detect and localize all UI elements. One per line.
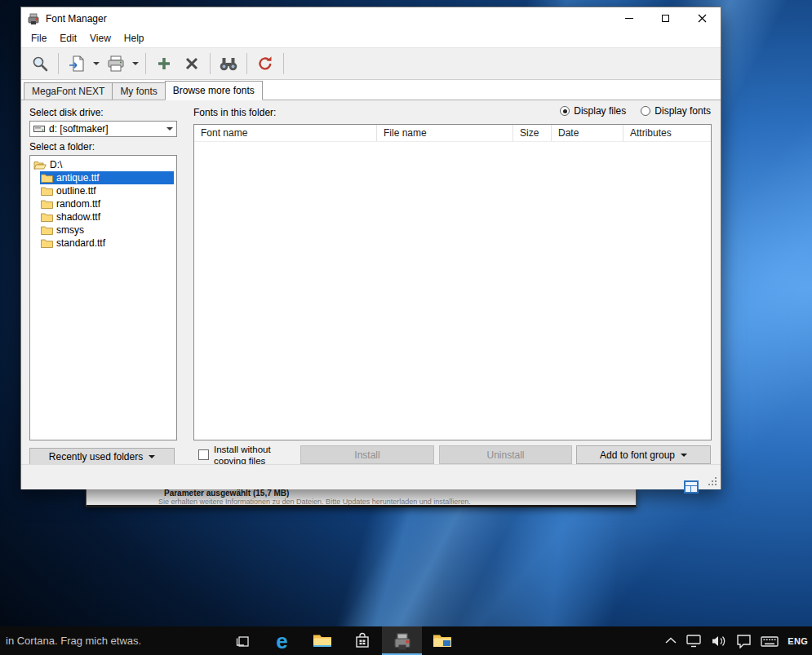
search-button[interactable] xyxy=(26,51,54,76)
fonts-in-folder-label: Fonts in this folder: xyxy=(193,107,276,118)
tree-item-label: outline.ttf xyxy=(56,185,96,197)
font-manager-taskbar-button[interactable] xyxy=(382,626,422,655)
folder-label: Select a folder: xyxy=(29,141,95,153)
background-window-text-2: Sie erhalten weitere Informationen zu de… xyxy=(158,498,636,506)
drive-combobox[interactable]: d: [softmaker] xyxy=(29,121,177,137)
printer-icon xyxy=(107,55,125,72)
tab-strip: MegaFont NEXT My fonts Browse more fonts xyxy=(21,80,721,100)
tab-my-fonts[interactable]: My fonts xyxy=(112,82,165,100)
tab-browse-more-fonts[interactable]: Browse more fonts xyxy=(165,81,263,100)
tray-expand-icon[interactable] xyxy=(665,637,677,644)
font-manager-icon xyxy=(393,631,412,651)
maximize-icon xyxy=(662,15,669,22)
store-button[interactable] xyxy=(342,626,382,655)
toolbar-separator xyxy=(145,53,146,74)
column-header-size[interactable]: Size xyxy=(513,125,552,141)
radio-display-fonts[interactable]: Display fonts xyxy=(641,105,711,117)
volume-icon[interactable] xyxy=(711,635,727,648)
edge-browser-button[interactable] xyxy=(262,626,302,655)
radio-unselected-icon xyxy=(641,106,650,116)
chevron-down-icon xyxy=(149,455,155,458)
close-icon xyxy=(698,14,707,23)
task-view-icon xyxy=(234,633,251,649)
task-view-button[interactable] xyxy=(222,626,262,655)
store-icon xyxy=(354,632,371,649)
find-button[interactable] xyxy=(215,51,242,76)
open-folder-icon xyxy=(33,160,47,170)
minimize-button[interactable] xyxy=(610,7,647,29)
titlebar[interactable]: Font Manager xyxy=(21,7,721,29)
font-manager-window: Font Manager File Edit View Help xyxy=(20,7,721,489)
drive-dropdown-button[interactable] xyxy=(163,122,176,136)
open-file-dropdown[interactable] xyxy=(91,51,102,76)
window-title: Font Manager xyxy=(46,13,107,24)
uninstall-button-label: Uninstall xyxy=(486,449,524,461)
tree-item-label: standard.ttf xyxy=(56,237,105,249)
uninstall-button[interactable]: Uninstall xyxy=(439,445,572,464)
folder-window-button[interactable] xyxy=(422,626,462,655)
add-to-font-group-label: Add to font group xyxy=(600,449,675,461)
tree-item[interactable]: antique.ttf xyxy=(30,171,176,184)
toolbar-separator xyxy=(210,53,211,74)
cortana-search-text[interactable]: in Cortana. Frag mich etwas. xyxy=(6,635,141,647)
toolbar-separator xyxy=(246,53,247,74)
column-header-font-name[interactable]: Font name xyxy=(194,125,377,141)
delete-fonts-button[interactable] xyxy=(178,51,206,76)
system-tray: ENG xyxy=(665,626,812,655)
language-indicator[interactable]: ENG xyxy=(788,636,808,646)
background-window: Parameter ausgewählt (15,7 MB) Sie erhal… xyxy=(86,489,637,507)
resize-grip[interactable] xyxy=(707,476,718,487)
recently-used-folders-button[interactable]: Recently used folders xyxy=(29,448,175,466)
tree-item-selected[interactable]: antique.ttf xyxy=(40,171,174,184)
column-header-file-name[interactable]: File name xyxy=(377,125,513,141)
file-explorer-button[interactable] xyxy=(302,626,342,655)
tree-item[interactable]: smsys xyxy=(30,223,176,237)
add-fonts-button[interactable] xyxy=(150,51,178,76)
network-icon[interactable] xyxy=(686,634,702,648)
font-table-body-empty[interactable] xyxy=(194,142,711,440)
drive-icon xyxy=(33,125,45,133)
edge-icon xyxy=(276,631,287,652)
radio-display-files[interactable]: Display files xyxy=(560,105,626,117)
install-button[interactable]: Install xyxy=(300,445,434,464)
maximize-button[interactable] xyxy=(647,7,684,29)
install-without-copying-checkbox[interactable] xyxy=(198,449,209,460)
tree-item[interactable]: standard.ttf xyxy=(30,237,176,250)
menubar: File Edit View Help xyxy=(21,29,721,47)
background-app-icon xyxy=(684,480,699,493)
tree-item[interactable]: shadow.ttf xyxy=(30,210,176,223)
tree-item-root[interactable]: D:\ xyxy=(30,158,176,171)
column-header-date[interactable]: Date xyxy=(552,125,623,141)
content-panel: Select disk drive: d: [softmaker] Select… xyxy=(21,100,721,464)
folder-icon xyxy=(41,225,53,235)
file-explorer-icon xyxy=(313,633,332,648)
menu-view[interactable]: View xyxy=(83,30,118,46)
recently-used-folders-label: Recently used folders xyxy=(49,451,143,462)
refresh-icon xyxy=(257,55,273,72)
tree-item-label: antique.ttf xyxy=(56,172,100,184)
close-button[interactable] xyxy=(684,7,721,29)
display-mode-radios: Display files Display fonts xyxy=(560,105,711,117)
tab-megafont-next[interactable]: MegaFont NEXT xyxy=(24,82,113,100)
folder-icon xyxy=(41,238,53,248)
tree-item[interactable]: outline.ttf xyxy=(30,184,176,197)
tree-item[interactable]: random.ttf xyxy=(30,197,176,210)
touch-keyboard-icon[interactable] xyxy=(761,635,779,648)
add-to-font-group-button[interactable]: Add to font group xyxy=(576,445,711,464)
tree-item-label: D:\ xyxy=(50,159,62,170)
taskbar-icons xyxy=(222,626,462,655)
print-button[interactable] xyxy=(102,51,130,76)
folder-icon xyxy=(41,212,53,222)
radio-selected-icon xyxy=(560,106,570,116)
open-file-button[interactable] xyxy=(63,51,91,76)
statusbar xyxy=(21,464,721,489)
print-dropdown[interactable] xyxy=(130,51,141,76)
menu-file[interactable]: File xyxy=(24,30,53,46)
folder-tree[interactable]: D:\ antique.ttf outline.ttf random.ttf xyxy=(29,155,177,440)
column-header-attributes[interactable]: Attributes xyxy=(623,125,711,141)
feedback-icon[interactable] xyxy=(736,634,752,648)
folder-icon xyxy=(41,173,53,183)
menu-help[interactable]: Help xyxy=(118,30,151,46)
refresh-button[interactable] xyxy=(251,51,279,76)
menu-edit[interactable]: Edit xyxy=(53,30,83,46)
